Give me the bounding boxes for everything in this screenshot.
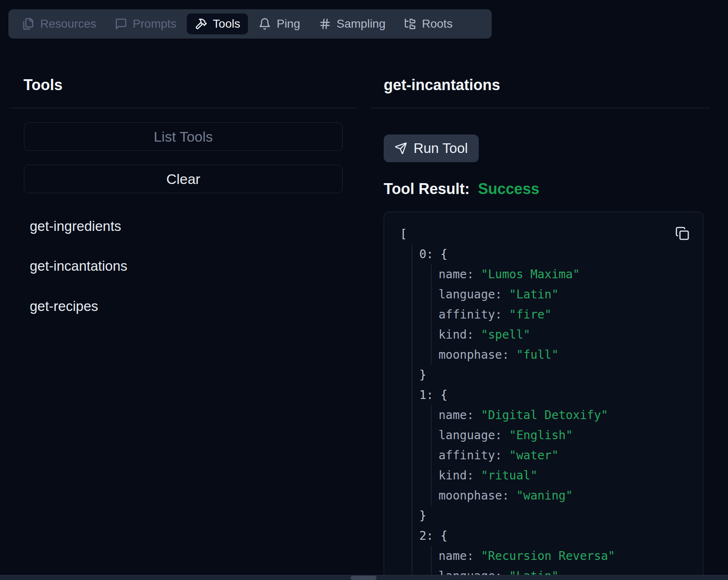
tab-label: Ping xyxy=(276,17,300,31)
json-item-open: 1: { xyxy=(419,385,703,405)
json-array-items: 0: {name: "Lumos Maxima"language: "Latin… xyxy=(412,244,703,580)
json-field-kind: kind: "spell" xyxy=(439,325,703,345)
run-tool-button[interactable]: Run Tool xyxy=(384,135,479,162)
json-field-affinity: affinity: "fire" xyxy=(439,305,703,325)
selected-tool-title: get-incantations xyxy=(384,76,500,94)
files-icon xyxy=(22,18,35,30)
tool-item-get-recipes[interactable]: get-recipes xyxy=(30,298,98,314)
tab-sampling[interactable]: Sampling xyxy=(311,13,394,34)
json-item-open: 2: { xyxy=(419,526,703,546)
hammer-icon xyxy=(195,18,207,30)
json-field-kind: kind: "ritual" xyxy=(439,466,703,486)
folder-tree-icon xyxy=(404,18,416,30)
json-item-fields: name: "Digital Detoxify"language: "Engli… xyxy=(431,405,703,506)
tab-label: Prompts xyxy=(133,17,176,31)
json-item-close: } xyxy=(419,365,703,385)
tool-result-box: [0: {name: "Lumos Maxima"language: "Lati… xyxy=(384,212,703,580)
run-tool-label: Run Tool xyxy=(413,140,468,156)
json-item-open: 0: { xyxy=(419,244,703,264)
json-result-viewer: [0: {name: "Lumos Maxima"language: "Lati… xyxy=(384,212,703,580)
send-icon xyxy=(395,142,407,155)
tab-prompts[interactable]: Prompts xyxy=(107,13,184,34)
tool-item-get-incantations[interactable]: get-incantations xyxy=(30,258,127,274)
tab-tools[interactable]: Tools xyxy=(187,13,248,34)
tab-label: Tools xyxy=(213,17,240,31)
tab-resources[interactable]: Resources xyxy=(14,13,104,34)
list-tools-button[interactable]: List Tools xyxy=(24,122,343,151)
tab-label: Roots xyxy=(422,17,452,31)
navbar: ResourcesPromptsToolsPingSamplingRoots xyxy=(8,9,492,39)
copy-result-button[interactable] xyxy=(675,226,690,241)
json-field-language: language: "Latin" xyxy=(439,285,703,305)
tool-result-status: Success xyxy=(478,180,539,197)
divider xyxy=(9,108,357,108)
copy-icon xyxy=(675,226,690,241)
hash-icon xyxy=(319,18,331,30)
tab-label: Resources xyxy=(40,17,96,31)
json-field-name: name: "Recursion Reversa" xyxy=(439,546,703,566)
tool-result-heading: Tool Result: Success xyxy=(384,180,539,198)
copy-icon xyxy=(675,226,689,241)
json-field-affinity: affinity: "water" xyxy=(439,445,703,466)
json-field-name: name: "Digital Detoxify" xyxy=(439,405,703,425)
json-item-fields: name: "Lumos Maxima"language: "Latin"aff… xyxy=(431,264,703,365)
tab-label: Sampling xyxy=(337,17,386,31)
json-field-language: language: "English" xyxy=(439,425,703,445)
json-item-close: } xyxy=(419,506,703,526)
json-field-moonphase: moonphase: "full" xyxy=(439,345,703,365)
tab-roots[interactable]: Roots xyxy=(396,13,460,34)
horizontal-scrollbar-thumb[interactable] xyxy=(351,576,377,580)
horizontal-scrollbar-track xyxy=(0,575,728,580)
message-square-icon xyxy=(115,18,127,30)
clear-button[interactable]: Clear xyxy=(24,165,343,193)
json-open-bracket: [ xyxy=(400,224,703,244)
tool-item-get-ingredients[interactable]: get-ingredients xyxy=(30,218,121,234)
bell-icon xyxy=(258,18,271,30)
tool-result-label: Tool Result: xyxy=(384,180,470,197)
divider xyxy=(370,108,710,108)
send-icon xyxy=(395,142,407,155)
tab-ping[interactable]: Ping xyxy=(250,13,308,34)
tools-panel-title: Tools xyxy=(23,76,62,94)
json-field-moonphase: moonphase: "waning" xyxy=(439,486,703,506)
page: ResourcesPromptsToolsPingSamplingRoots T… xyxy=(0,0,728,580)
json-field-name: name: "Lumos Maxima" xyxy=(439,264,703,285)
